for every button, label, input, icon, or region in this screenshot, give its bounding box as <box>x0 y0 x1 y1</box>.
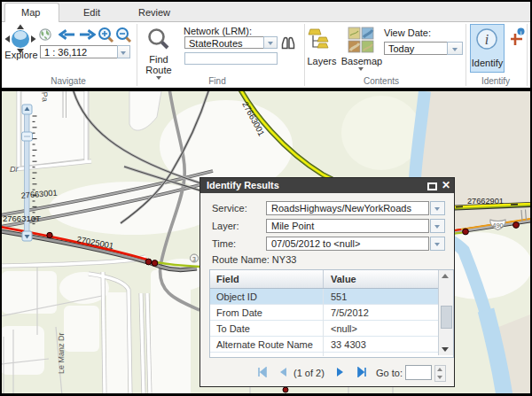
svg-text:i: i <box>520 29 522 36</box>
svg-text:27662901: 27662901 <box>467 197 504 206</box>
svg-text:490: 490 <box>492 221 504 229</box>
svg-text:Dr: Dr <box>10 165 19 174</box>
svg-text:3: 3 <box>192 256 196 262</box>
svg-text:Le Manz Dr: Le Manz Dr <box>57 332 66 374</box>
svg-text:2766310T: 2766310T <box>3 214 41 223</box>
svg-text:i: i <box>485 32 489 47</box>
svg-text:Pa: Pa <box>40 91 50 102</box>
